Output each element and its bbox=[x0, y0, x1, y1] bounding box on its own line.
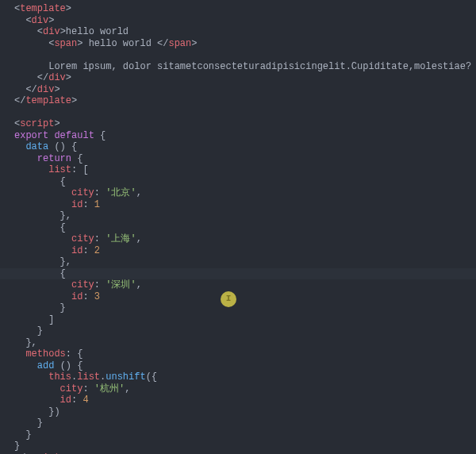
token-punct: : bbox=[83, 291, 88, 302]
token-text bbox=[14, 337, 25, 348]
token-text bbox=[14, 245, 71, 256]
token-punct: , bbox=[125, 383, 130, 394]
token-text bbox=[14, 325, 37, 337]
token-punct: < bbox=[37, 26, 43, 37]
code-line[interactable]: ] bbox=[14, 314, 476, 326]
token-text bbox=[14, 348, 25, 360]
token-text bbox=[14, 268, 60, 279]
code-line[interactable]: return { bbox=[14, 153, 476, 165]
token-punct: : bbox=[83, 245, 88, 256]
code-line[interactable]: }, bbox=[14, 337, 476, 349]
token-punct: , bbox=[66, 256, 71, 267]
token-punct: </ bbox=[14, 95, 25, 106]
code-line[interactable] bbox=[14, 107, 476, 119]
token-brace: () bbox=[60, 360, 71, 371]
token-brace: { bbox=[77, 348, 83, 360]
code-line[interactable]: <div>hello world bbox=[14, 26, 476, 38]
code-line[interactable]: export default { bbox=[14, 130, 476, 142]
code-line[interactable]: id: 2 bbox=[14, 245, 476, 257]
token-text bbox=[14, 383, 60, 394]
code-line[interactable]: } bbox=[14, 441, 476, 452]
token-text bbox=[89, 383, 94, 394]
code-line[interactable]: </div> bbox=[14, 72, 476, 84]
token-punct: </ bbox=[157, 38, 168, 49]
code-line[interactable]: <script> bbox=[14, 118, 476, 130]
token-punct: , bbox=[32, 337, 37, 348]
code-line[interactable]: Lorem ipsum, dolor sitametconsecteturadi… bbox=[14, 61, 476, 73]
token-prop: id bbox=[60, 394, 71, 406]
token-text bbox=[14, 279, 71, 290]
code-line[interactable]: city: '北京', bbox=[14, 187, 476, 199]
token-brace: }) bbox=[48, 406, 60, 417]
token-prop: city bbox=[71, 187, 94, 198]
token-text: hello world bbox=[83, 38, 157, 49]
code-line[interactable]: { bbox=[0, 268, 476, 280]
token-punct: , bbox=[66, 210, 71, 221]
token-brace: } bbox=[60, 210, 66, 221]
token-this: this bbox=[48, 371, 71, 383]
token-brace: { bbox=[77, 360, 83, 371]
token-punct: : bbox=[94, 187, 100, 198]
token-tag: div bbox=[32, 15, 49, 26]
token-brace: } bbox=[60, 256, 66, 267]
code-line[interactable]: methods: { bbox=[14, 348, 476, 360]
code-line[interactable]: <div> bbox=[14, 15, 476, 27]
code-line[interactable]: } bbox=[14, 325, 476, 337]
token-text: hello world bbox=[66, 26, 129, 37]
token-num: 1 bbox=[94, 199, 100, 210]
code-line[interactable]: list: [ bbox=[14, 164, 476, 176]
token-str: '上海' bbox=[106, 233, 136, 244]
code-line[interactable]: } bbox=[14, 302, 476, 314]
token-text bbox=[14, 360, 37, 371]
code-line[interactable]: }, bbox=[14, 256, 476, 268]
code-editor[interactable]: <template> <div> <div>hello world <span>… bbox=[14, 3, 476, 454]
token-text bbox=[14, 164, 48, 175]
token-brace: [ bbox=[83, 164, 88, 175]
token-text bbox=[14, 72, 37, 83]
code-line[interactable]: data () { bbox=[14, 141, 476, 153]
token-num: 2 bbox=[94, 245, 100, 256]
code-line[interactable]: } bbox=[14, 429, 476, 441]
code-line[interactable]: }, bbox=[14, 210, 476, 222]
code-line[interactable]: city: '杭州', bbox=[14, 383, 476, 395]
token-text bbox=[14, 429, 25, 441]
token-prop: list bbox=[77, 371, 100, 383]
code-line[interactable]: </template> bbox=[14, 95, 476, 107]
token-punct: , bbox=[136, 233, 142, 244]
token-punct: : bbox=[94, 279, 100, 290]
code-line[interactable]: this.list.unshift({ bbox=[14, 371, 476, 383]
token-text bbox=[14, 176, 60, 187]
token-text bbox=[14, 291, 71, 302]
code-line[interactable]: <template> bbox=[14, 3, 476, 15]
code-line[interactable]: { bbox=[14, 176, 476, 188]
token-tag: div bbox=[43, 26, 60, 37]
code-line[interactable]: id: 3 bbox=[14, 291, 476, 303]
code-line[interactable]: city: '上海', bbox=[14, 233, 476, 245]
code-line[interactable]: } bbox=[14, 417, 476, 429]
token-brace: } bbox=[25, 337, 31, 348]
code-line[interactable]: id: 1 bbox=[14, 199, 476, 211]
token-brace: { bbox=[71, 141, 77, 152]
token-punct: </ bbox=[25, 84, 36, 95]
token-punct: , bbox=[136, 187, 142, 198]
code-line[interactable]: </div> bbox=[14, 84, 476, 96]
code-line[interactable]: }) bbox=[14, 406, 476, 418]
token-text bbox=[14, 210, 60, 221]
token-text bbox=[14, 26, 37, 37]
code-line[interactable]: id: 4 bbox=[14, 394, 476, 406]
token-func: unshift bbox=[106, 371, 145, 383]
token-brace: } bbox=[37, 325, 43, 337]
code-line[interactable] bbox=[14, 49, 476, 61]
code-line[interactable]: add () { bbox=[14, 360, 476, 372]
token-text bbox=[14, 302, 60, 314]
token-text bbox=[14, 394, 60, 406]
token-text bbox=[14, 15, 25, 26]
token-text bbox=[14, 84, 25, 95]
code-line[interactable]: city: '深圳', bbox=[14, 279, 476, 291]
token-prop: methods bbox=[25, 348, 65, 360]
code-line[interactable]: <span> hello world </span> bbox=[14, 38, 476, 50]
token-brace: ] bbox=[48, 314, 54, 325]
code-line[interactable]: { bbox=[14, 222, 476, 234]
token-text bbox=[14, 371, 48, 383]
token-text bbox=[14, 153, 37, 164]
